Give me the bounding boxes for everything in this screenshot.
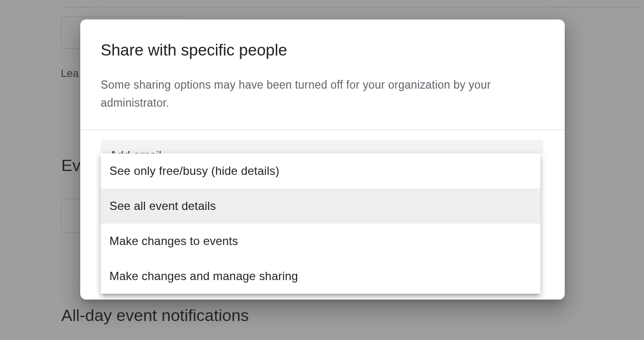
dialog-subtitle: Some sharing options may have been turne… [101, 76, 544, 112]
permission-dropdown: See only free/busy (hide details) See al… [101, 153, 540, 294]
permission-option-free-busy[interactable]: See only free/busy (hide details) [101, 153, 540, 189]
dialog-body: Add email See only free/busy (hide detai… [80, 130, 565, 294]
share-dialog: Share with specific people Some sharing … [80, 19, 565, 300]
email-input-placeholder: Add email [109, 149, 161, 153]
dialog-title: Share with specific people [101, 41, 544, 59]
permission-option-see-all[interactable]: See all event details [101, 189, 540, 224]
permission-option-manage-sharing[interactable]: Make changes and manage sharing [101, 259, 540, 294]
email-input-container[interactable]: Add email [101, 140, 543, 153]
permission-option-make-changes[interactable]: Make changes to events [101, 224, 540, 259]
dialog-header: Share with specific people Some sharing … [80, 19, 565, 130]
